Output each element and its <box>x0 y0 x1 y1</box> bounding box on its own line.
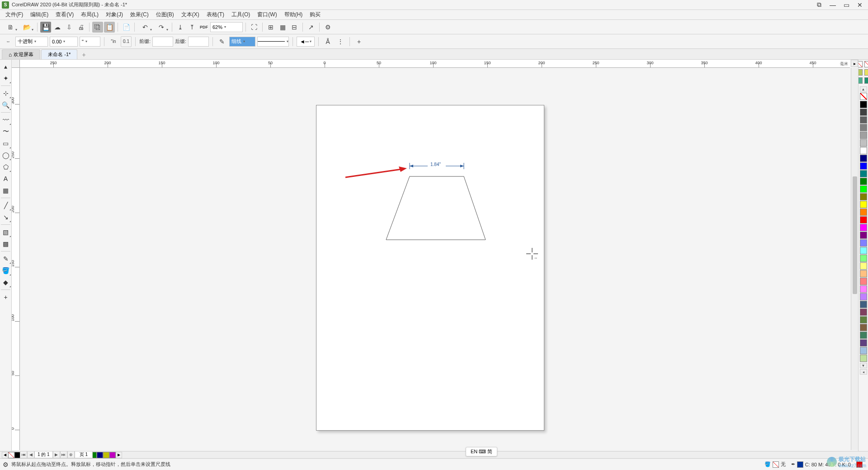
outline-tool[interactable]: ◆ <box>0 277 11 288</box>
extension-lines-button[interactable]: ⋮ <box>335 36 346 47</box>
ime-indicator[interactable]: EN ⌨ 简 <box>466 447 497 456</box>
ruler-origin[interactable] <box>12 60 20 68</box>
layout-icon[interactable]: ⧉ <box>813 0 826 9</box>
show-units-button[interactable]: "in <box>108 36 119 47</box>
palette-swatch[interactable] <box>860 116 867 123</box>
zoom-tool[interactable]: 🔍 <box>0 100 11 110</box>
palette-swatch[interactable] <box>860 162 867 170</box>
docker-scroll-left[interactable]: ◀ <box>2 452 8 458</box>
maximize-button[interactable]: ▭ <box>840 0 853 9</box>
palette-swatch[interactable] <box>860 285 867 293</box>
palette-no-fill-main[interactable] <box>860 93 867 100</box>
guides-button[interactable]: ⊟ <box>289 22 300 33</box>
palette-swatch[interactable] <box>860 185 867 193</box>
cloud-up-icon[interactable]: ☁ <box>52 22 63 33</box>
palette-swatch[interactable] <box>860 293 867 300</box>
palette-swatch[interactable] <box>860 316 867 323</box>
palette-swatch[interactable] <box>860 247 867 254</box>
palette-swatch[interactable] <box>860 193 867 200</box>
docker-swatch[interactable] <box>109 452 116 458</box>
tab-welcome[interactable]: ⌂欢迎屏幕 <box>2 49 40 59</box>
pick-tool[interactable]: ▴ <box>0 61 11 72</box>
outline-width-dropdown[interactable]: 细线 <box>229 37 255 47</box>
menu-buy[interactable]: 购买 <box>306 10 324 19</box>
ruler-vertical[interactable]: 300250200150100500 <box>12 68 20 450</box>
tab-add-button[interactable]: + <box>78 50 89 59</box>
docker-scroll-right[interactable]: ▶ <box>116 452 122 458</box>
minimize-button[interactable]: — <box>826 0 839 9</box>
save-button[interactable]: 💾 <box>40 22 51 33</box>
ruler-right-button[interactable]: ▸ <box>851 60 858 67</box>
fullscreen-button[interactable]: ⛶ <box>249 22 259 33</box>
palette-swatch-olive[interactable] <box>858 69 863 76</box>
close-button[interactable]: ✕ <box>854 0 866 9</box>
palette-swatch[interactable] <box>860 209 867 216</box>
text-position-button[interactable]: Å <box>322 36 333 47</box>
connector-tool[interactable]: ↘ <box>0 212 11 223</box>
palette-swatch[interactable] <box>860 155 867 162</box>
eyedropper-tool[interactable]: ✎ <box>0 253 11 264</box>
palette-swatch-yellowgreen[interactable] <box>864 69 868 76</box>
menu-object[interactable]: 对象(J) <box>102 10 127 19</box>
new-button[interactable]: 🗎 <box>3 22 18 33</box>
viewport[interactable]: 1.84" ↔ <box>20 68 850 450</box>
palette-swatch[interactable] <box>860 309 867 316</box>
zoom-dropdown[interactable]: 62% <box>210 22 243 32</box>
palette-swatch-teal1[interactable] <box>858 77 863 84</box>
paste-button[interactable]: 📋 <box>104 22 115 33</box>
menu-edit[interactable]: 编辑(E) <box>27 10 52 19</box>
palette-swatch[interactable] <box>860 224 867 231</box>
menu-text[interactable]: 文本(X) <box>178 10 203 19</box>
launch-button[interactable]: ↗ <box>306 22 316 33</box>
undo-button[interactable]: ↶ <box>137 22 153 33</box>
palette-swatch[interactable] <box>860 178 867 185</box>
artistic-media-tool[interactable]: 〜 <box>0 126 11 137</box>
menu-window[interactable]: 窗口(W) <box>254 10 280 19</box>
line-style-dropdown[interactable]: ▾ <box>257 37 289 47</box>
docker-swatch[interactable] <box>97 452 103 458</box>
page-add-button[interactable]: ⊕ <box>67 451 75 458</box>
palette-swatch[interactable] <box>860 139 867 147</box>
crop-tool[interactable]: ⊹ <box>0 88 11 99</box>
docker-swatch[interactable] <box>103 452 109 458</box>
menu-tools[interactable]: 工具(O) <box>228 10 254 19</box>
import-button[interactable]: ⤓ <box>175 22 186 33</box>
palette-swatch[interactable] <box>860 201 867 208</box>
menu-help[interactable]: 帮助(H) <box>281 10 307 19</box>
add-preset-button[interactable]: + <box>354 36 364 47</box>
menu-bitmaps[interactable]: 位图(B) <box>152 10 178 19</box>
grid-button[interactable]: ▦ <box>277 22 288 33</box>
palette-swatch[interactable] <box>860 301 867 308</box>
ruler-horizontal[interactable]: 毫米 2502001501005005010015020025030035040… <box>20 60 850 68</box>
menu-layout[interactable]: 布局(L) <box>77 10 102 19</box>
export-button[interactable]: ⤒ <box>187 22 198 33</box>
tab-document[interactable]: 未命名 -1* <box>41 49 77 59</box>
palette-swatch-teal2[interactable] <box>864 77 868 84</box>
palette-swatch[interactable] <box>860 216 867 223</box>
shape-tool[interactable]: ✦ <box>0 73 11 84</box>
ellipse-tool[interactable]: ◯ <box>0 150 11 161</box>
palette-swatch[interactable] <box>860 239 867 247</box>
dimension-style-icon[interactable]: ↔ <box>3 36 14 47</box>
pdf-button[interactable]: PDF <box>198 22 209 33</box>
drop-shadow-tool[interactable]: ▧ <box>0 227 11 237</box>
palette-swatch[interactable] <box>860 132 867 139</box>
page-tab-1[interactable]: 页 1 <box>75 451 93 458</box>
cloud-down-icon[interactable]: ⇩ <box>64 22 75 33</box>
transparency-tool[interactable]: ▩ <box>0 238 11 249</box>
prefix-input[interactable] <box>152 37 173 47</box>
scrollbar-vertical[interactable] <box>851 68 858 450</box>
palette-swatch[interactable] <box>860 170 867 177</box>
redo-button[interactable]: ↷ <box>154 22 169 33</box>
palette-swatch[interactable] <box>860 339 867 347</box>
page-last-button[interactable]: ⏭ <box>60 451 67 458</box>
palette-swatch[interactable] <box>860 109 867 116</box>
add-tool-button[interactable]: + <box>0 292 11 303</box>
menu-effects[interactable]: 效果(C) <box>127 10 152 19</box>
palette-swatch[interactable] <box>860 124 867 131</box>
palette-expand[interactable]: ◂ <box>860 369 867 375</box>
palette-swatch[interactable] <box>860 262 867 270</box>
palette-no-fill-1[interactable] <box>858 61 863 67</box>
menu-table[interactable]: 表格(T) <box>203 10 228 19</box>
menu-file[interactable]: 文件(F) <box>2 10 27 19</box>
